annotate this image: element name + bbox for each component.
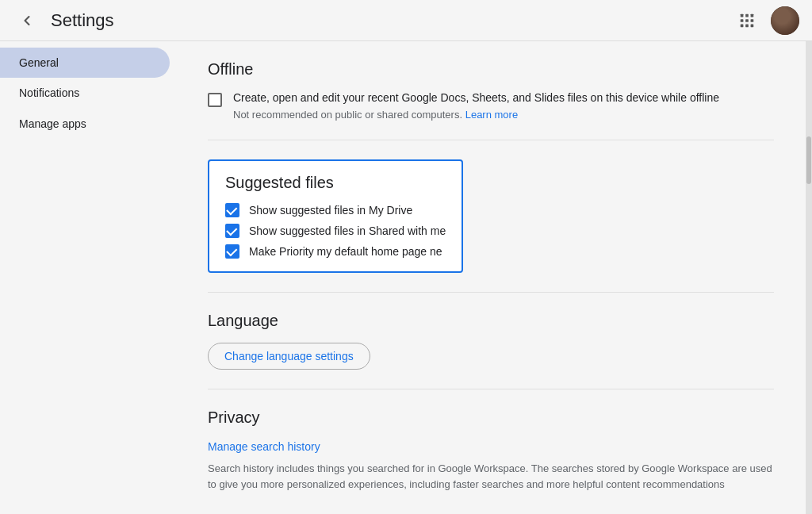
avatar[interactable] — [771, 6, 799, 35]
sidebar-item-notifications[interactable]: Notifications — [0, 78, 170, 108]
privacy-description: Search history includes things you searc… — [208, 461, 774, 492]
suggested-label-1: Show suggested files in My Drive — [249, 204, 412, 217]
offline-note: Not recommended on public or shared comp… — [233, 109, 719, 121]
suggested-checkbox-3[interactable] — [225, 244, 239, 259]
svg-rect-1 — [745, 13, 749, 17]
header-right — [733, 6, 799, 35]
suggested-option-3: Make Priority my default home page ne — [225, 244, 446, 259]
offline-row: Create, open and edit your recent Google… — [208, 91, 774, 121]
learn-more-link[interactable]: Learn more — [465, 109, 518, 121]
suggested-option-2: Show suggested files in Shared with me — [225, 224, 446, 238]
suggested-files-box: Suggested files Show suggested files in … — [208, 159, 463, 273]
header-left: Settings — [13, 6, 114, 35]
suggested-files-title: Suggested files — [225, 174, 446, 192]
language-title: Language — [208, 312, 774, 330]
language-section: Language Change language settings — [208, 293, 774, 389]
suggested-option-1: Show suggested files in My Drive — [225, 203, 446, 217]
avatar-image — [771, 6, 799, 35]
suggested-checkbox-2[interactable] — [225, 224, 239, 238]
offline-checkbox[interactable] — [208, 93, 222, 107]
svg-rect-4 — [745, 19, 749, 22]
offline-description: Create, open and edit your recent Google… — [233, 91, 719, 121]
offline-title: Offline — [208, 60, 774, 79]
main-layout: General Notifications Manage apps Offlin… — [0, 41, 812, 514]
privacy-title: Privacy — [208, 409, 774, 427]
suggested-label-2: Show suggested files in Shared with me — [249, 224, 446, 237]
sidebar: General Notifications Manage apps — [0, 41, 176, 514]
svg-rect-7 — [745, 24, 749, 27]
app-header: Settings — [0, 0, 812, 41]
sidebar-item-manage-apps[interactable]: Manage apps — [0, 109, 170, 139]
privacy-section: Privacy Manage search history Search his… — [208, 389, 774, 511]
svg-rect-8 — [751, 24, 754, 27]
suggested-checkbox-1[interactable] — [225, 203, 239, 217]
back-button[interactable] — [13, 6, 41, 35]
svg-rect-6 — [741, 24, 744, 27]
suggested-files-section: Suggested files Show suggested files in … — [208, 140, 774, 293]
scrollbar-thumb[interactable] — [806, 136, 811, 184]
svg-rect-2 — [751, 13, 754, 17]
svg-rect-0 — [741, 13, 744, 17]
page-title: Settings — [51, 10, 114, 31]
svg-rect-5 — [751, 19, 754, 22]
change-language-button[interactable]: Change language settings — [208, 343, 370, 370]
offline-section: Offline Create, open and edit your recen… — [208, 41, 774, 140]
settings-content: Offline Create, open and edit your recen… — [176, 41, 806, 514]
manage-search-history-link[interactable]: Manage search history — [208, 440, 320, 453]
suggested-label-3: Make Priority my default home page ne — [249, 245, 442, 258]
offline-text: Create, open and edit your recent Google… — [233, 91, 719, 104]
svg-rect-3 — [741, 19, 744, 22]
sidebar-item-general[interactable]: General — [0, 48, 170, 78]
grid-icon[interactable] — [733, 6, 761, 35]
scrollbar[interactable] — [806, 41, 812, 514]
